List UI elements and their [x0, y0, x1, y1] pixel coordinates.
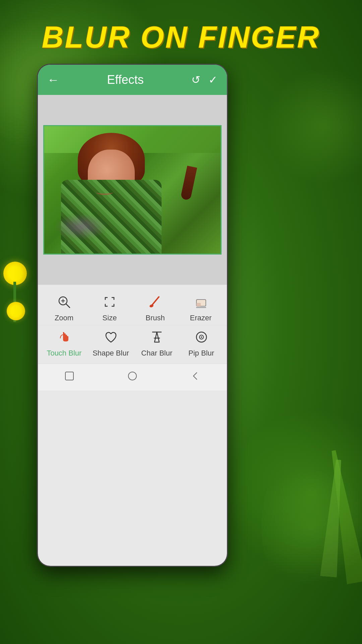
background: BLUR ON FINGER ← Effects ↺ ✓	[0, 0, 362, 644]
char-blur-label: Char Blur	[141, 349, 172, 358]
refresh-button[interactable]: ↺	[191, 73, 200, 86]
header-actions: ↺ ✓	[191, 73, 218, 86]
photo-canvas	[44, 126, 221, 254]
app-title: BLUR ON FINGER	[0, 20, 362, 55]
foreground-flowers	[54, 213, 108, 240]
person-smile	[96, 190, 113, 195]
grass-blade-2	[320, 459, 347, 577]
photo-container	[38, 125, 227, 255]
zoom-label: Zoom	[55, 314, 73, 322]
image-top-padding	[38, 95, 227, 125]
app-container: ← Effects ↺ ✓	[38, 65, 227, 566]
pip-blur-label: Pip Blur	[188, 349, 214, 358]
navigation-bar	[38, 364, 227, 390]
touch-blur-tool[interactable]: Touch Blur	[47, 330, 81, 358]
eraser-icon	[194, 295, 208, 311]
touch-blur-label: Touch Blur	[47, 349, 81, 358]
app-header: ← Effects ↺ ✓	[38, 65, 227, 95]
nav-circle-button[interactable]	[127, 371, 138, 384]
svg-point-11	[201, 336, 202, 338]
nav-back-button[interactable]	[190, 371, 201, 384]
phone-frame: ← Effects ↺ ✓	[37, 64, 228, 567]
header-title: Effects	[107, 73, 143, 87]
size-tool[interactable]: Size	[93, 295, 126, 322]
svg-line-4	[152, 297, 159, 305]
confirm-button[interactable]: ✓	[208, 73, 218, 86]
toolbar-bottom: Touch Blur Shape Blur	[38, 325, 227, 364]
grass-blade-1	[324, 449, 362, 584]
shape-blur-icon	[104, 330, 118, 346]
zoom-tool[interactable]: Zoom	[47, 295, 81, 322]
pip-blur-tool[interactable]: Pip Blur	[185, 330, 218, 358]
eraser-tool[interactable]: Erazer	[184, 295, 218, 322]
svg-rect-12	[65, 372, 73, 380]
brush-label: Brush	[145, 314, 165, 322]
svg-rect-7	[196, 303, 201, 306]
toolbar-top: Zoom	[38, 289, 227, 325]
shape-blur-tool[interactable]: Shape Blur	[93, 330, 129, 358]
brush-icon	[148, 295, 162, 311]
separator	[38, 285, 227, 289]
nav-square-button[interactable]	[64, 371, 75, 384]
touch-blur-icon	[57, 330, 71, 346]
back-button[interactable]: ←	[47, 73, 59, 87]
char-blur-icon	[150, 330, 164, 346]
zoom-icon	[57, 295, 71, 311]
svg-point-13	[128, 372, 136, 380]
pip-blur-icon	[194, 330, 208, 346]
eraser-label: Erazer	[190, 314, 212, 322]
size-label: Size	[103, 314, 117, 322]
image-bottom-padding	[38, 255, 227, 285]
size-icon	[103, 295, 117, 311]
photo-frame	[43, 125, 222, 255]
char-blur-tool[interactable]: Char Blur	[140, 330, 174, 358]
bokeh-blob-2	[265, 67, 362, 184]
bokeh-blob-3	[261, 443, 362, 610]
svg-line-1	[66, 304, 70, 308]
flowers-decoration	[0, 235, 40, 335]
flower-2	[7, 302, 25, 320]
shape-blur-label: Shape Blur	[93, 349, 129, 358]
brush-tool[interactable]: Brush	[138, 295, 172, 322]
